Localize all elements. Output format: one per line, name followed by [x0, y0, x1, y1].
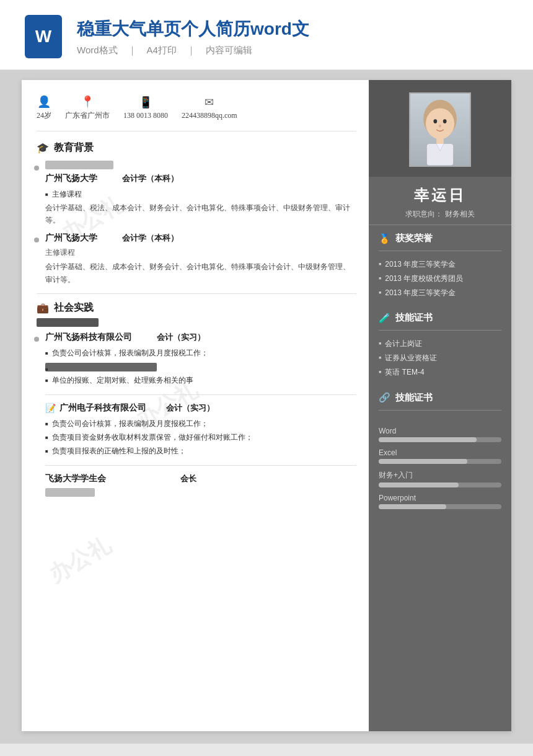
certs1-header: 🧪 技能证书 — [379, 312, 501, 324]
social-item-3: 飞扬大学学生会 会长 — [45, 473, 356, 497]
skill-excel-bar-fill — [379, 459, 467, 464]
timeline-dot-2 — [34, 238, 39, 242]
job-intent-value: 财务相关 — [445, 210, 475, 218]
social-bullet-1-2: 发票的扫描、开具、核对及管理工作； — [45, 363, 157, 371]
education-item-1: 广州飞扬大学 会计学（本科） 主修课程 会计学基础、税法、成本会计、财务会计、会… — [45, 161, 356, 226]
education-title: 教育背景 — [54, 141, 94, 154]
skill-finance: 财务+入门 — [379, 470, 501, 487]
social-bullets-1: 负责公司会计核算，报表编制及月度报税工作； 发票的扫描、开具、核对及管理工作； … — [45, 347, 356, 387]
skill-excel-label: Excel — [379, 448, 501, 457]
skill-finance-bar-bg — [379, 483, 501, 487]
certs1-list: 会计上岗证 证券从业资格证 英语 TEM-4 — [379, 337, 501, 379]
timeline-dot-1 — [34, 166, 39, 171]
doc-wrapper: 办公礼 办公礼 办公礼 👤 24岁 📍 广东省广州市 📱 138 0013 80… — [0, 70, 533, 744]
degree-2: 会计学（本科） — [122, 233, 178, 244]
svg-point-3 — [443, 119, 447, 123]
share-icon: 🔗 — [379, 392, 390, 403]
social-item-1: 广州飞扬科技有限公司 会计（实习） 负责公司会计核算，报表编制及月度报税工作； … — [45, 332, 356, 387]
word-icon: W — [25, 15, 62, 58]
awards-list: 2013 年度三等奖学金 2013 年度校级优秀团员 2013 年度三等奖学金 — [379, 257, 501, 300]
award-item-1: 2013 年度三等奖学金 — [379, 257, 501, 272]
edu-school-row-2: 广州飞扬大学 会计学（本科） — [45, 233, 356, 244]
email-value: 224438898qq.com — [182, 111, 237, 120]
divider-3 — [45, 465, 356, 466]
certs2-section: 🔗 技能证书 — [369, 385, 511, 422]
age-value: 24岁 — [37, 110, 51, 121]
person-icon: 👤 — [37, 95, 51, 109]
skill-word-bar-fill — [379, 437, 477, 442]
header-subtitle: Word格式 ｜ A4打印 ｜ 内容可编辑 — [77, 45, 309, 56]
edu-sublabel-1: 主修课程 — [45, 188, 356, 202]
awards-section: 🏅 获奖荣誉 2013 年度三等奖学金 2013 年度校级优秀团员 2013 年… — [369, 225, 511, 305]
certs2-title: 技能证书 — [395, 392, 433, 404]
skill-ppt-label: Powerpoint — [379, 494, 501, 502]
svg-rect-5 — [436, 138, 444, 144]
contact-row: 👤 24岁 📍 广东省广州市 📱 138 0013 8080 ✉ 2244388… — [37, 95, 356, 131]
certs1-title: 技能证书 — [395, 312, 433, 324]
skill-word-bar-bg — [379, 437, 501, 442]
skill-finance-label: 财务+入门 — [379, 470, 501, 481]
awards-divider — [379, 251, 501, 251]
social-timeline: 广州飞扬科技有限公司 会计（实习） 负责公司会计核算，报表编制及月度报税工作； … — [37, 332, 356, 497]
timeline-dot-s1 — [34, 337, 39, 342]
social-bullet-1-1: 负责公司会计核算，报表编制及月度报税工作； — [45, 347, 356, 360]
cert-item-1: 会计上岗证 — [379, 337, 501, 351]
award-item-2: 2013 年度校级优秀团员 — [379, 272, 501, 286]
education-item-2: 广州飞扬大学 会计学（本科） 主修课程 会计学基础、税法、成本会计、财务会计、会… — [45, 233, 356, 286]
social-practice-title: 社会实践 — [54, 301, 94, 314]
social-company-row-3: 飞扬大学学生会 会长 — [45, 473, 356, 484]
cert-item-2: 证券从业资格证 — [379, 351, 501, 365]
candidate-name: 幸运日 — [369, 185, 511, 205]
skill-word-label: Word — [379, 427, 501, 435]
right-column: 幸运日 求职意向： 财务相关 🏅 获奖荣誉 2013 年度三等奖学金 2013 … — [369, 80, 511, 731]
name-area: 幸运日 求职意向： 财务相关 — [369, 177, 511, 225]
position-3: 会长 — [180, 473, 196, 484]
skill-ppt-bar-fill — [379, 504, 446, 509]
contact-age: 👤 24岁 — [37, 95, 51, 121]
profile-photo — [409, 92, 471, 167]
left-column: 办公礼 办公礼 办公礼 👤 24岁 📍 广东省广州市 📱 138 0013 80… — [22, 80, 369, 731]
position-1: 会计（实习） — [157, 332, 205, 343]
divider-2 — [45, 394, 356, 395]
word-icon-label: W — [35, 27, 51, 47]
certs2-divider — [379, 410, 501, 411]
edu-school-row-1: 广州飞扬大学 会计学（本科） — [45, 173, 356, 184]
company-name-2: 广州电子科技有限公司 — [59, 402, 146, 414]
location-value: 广东省广州市 — [65, 110, 110, 121]
skill-bars: Word Excel 财务+入门 — [369, 422, 511, 520]
location-icon: 📍 — [81, 95, 94, 109]
svg-point-2 — [433, 119, 437, 123]
position-2: 会计（实习） — [166, 402, 214, 414]
phone-value: 138 0013 8080 — [123, 111, 168, 120]
skill-ppt: Powerpoint — [379, 494, 501, 509]
date-bar-1 — [45, 161, 113, 169]
face-svg — [410, 92, 470, 167]
social-practice-header: 💼 社会实践 — [37, 301, 356, 314]
contact-location: 📍 广东省广州市 — [65, 95, 110, 121]
edu-desc-1: 会计学基础、税法、成本会计、财务会计、会计电算化、特殊事项会计、中级财务管理、审… — [45, 202, 356, 227]
social-item-2: 📝 广州电子科技有限公司 会计（实习） 负责公司会计核算，报表编制及月度报税工作… — [45, 402, 356, 458]
skill-ppt-bar-bg — [379, 504, 501, 509]
svg-point-4 — [439, 125, 441, 128]
education-icon: 🎓 — [37, 142, 49, 154]
svg-point-1 — [426, 108, 454, 139]
job-intent: 求职意向： 财务相关 — [369, 209, 511, 220]
certs1-section: 🧪 技能证书 会计上岗证 证券从业资格证 英语 TEM-4 — [369, 305, 511, 384]
certs1-divider — [379, 330, 501, 331]
social-company-row-1: 广州飞扬科技有限公司 会计（实习） — [45, 332, 356, 343]
edit-icon: 📝 — [45, 403, 56, 414]
print-label: A4打印 — [147, 45, 177, 56]
photo-area — [369, 80, 511, 177]
phone-icon: 📱 — [139, 96, 152, 109]
photo-inner — [410, 94, 470, 166]
degree-1: 会计学（本科） — [122, 173, 178, 184]
contact-phone: 📱 138 0013 8080 — [123, 96, 168, 120]
briefcase-icon: 💼 — [37, 302, 49, 314]
cert-item-3: 英语 TEM-4 — [379, 365, 501, 380]
social-bullet-2-3: 负责项目报表的正确性和上报的及时性； — [45, 445, 356, 458]
social-bullet-2-1: 负责公司会计核算，报表编制及月度报税工作； — [45, 417, 356, 431]
edu-bullets-1: 主修课程 — [45, 188, 356, 202]
education-header: 🎓 教育背景 — [37, 141, 356, 154]
award-item-3: 2013 年度三等奖学金 — [379, 286, 501, 300]
contact-email: ✉ 224438898qq.com — [182, 96, 237, 120]
